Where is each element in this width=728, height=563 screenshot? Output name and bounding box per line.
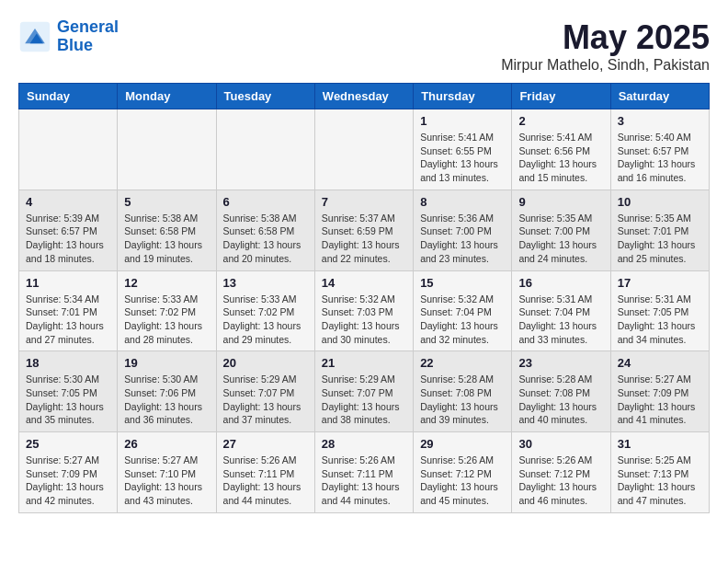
day-number: 17 <box>618 276 702 290</box>
day-info: Sunrise: 5:38 AM Sunset: 6:58 PM Dayligh… <box>223 212 308 266</box>
calendar-cell: 19Sunrise: 5:30 AM Sunset: 7:06 PM Dayli… <box>118 351 216 432</box>
day-info: Sunrise: 5:30 AM Sunset: 7:05 PM Dayligh… <box>26 373 110 427</box>
day-info: Sunrise: 5:27 AM Sunset: 7:09 PM Dayligh… <box>26 454 110 508</box>
calendar-cell: 27Sunrise: 5:26 AM Sunset: 7:11 PM Dayli… <box>216 432 314 513</box>
calendar-cell: 30Sunrise: 5:26 AM Sunset: 7:12 PM Dayli… <box>512 432 610 513</box>
day-number: 4 <box>26 195 110 209</box>
calendar-cell: 24Sunrise: 5:27 AM Sunset: 7:09 PM Dayli… <box>610 351 709 432</box>
calendar-cell: 29Sunrise: 5:26 AM Sunset: 7:12 PM Dayli… <box>414 432 512 513</box>
day-number: 26 <box>124 437 209 451</box>
weekday-header-saturday: Saturday <box>610 84 709 109</box>
day-number: 25 <box>26 437 110 451</box>
calendar-cell: 17Sunrise: 5:31 AM Sunset: 7:05 PM Dayli… <box>610 270 709 351</box>
day-info: Sunrise: 5:35 AM Sunset: 7:00 PM Dayligh… <box>518 212 603 266</box>
day-info: Sunrise: 5:32 AM Sunset: 7:04 PM Dayligh… <box>420 293 505 347</box>
calendar-cell: 26Sunrise: 5:27 AM Sunset: 7:10 PM Dayli… <box>118 432 216 513</box>
calendar-cell: 1Sunrise: 5:41 AM Sunset: 6:55 PM Daylig… <box>414 109 512 190</box>
day-number: 8 <box>420 195 505 209</box>
calendar-cell: 23Sunrise: 5:28 AM Sunset: 7:08 PM Dayli… <box>512 351 610 432</box>
day-info: Sunrise: 5:33 AM Sunset: 7:02 PM Dayligh… <box>124 293 209 347</box>
calendar-cell: 9Sunrise: 5:35 AM Sunset: 7:00 PM Daylig… <box>512 190 610 270</box>
day-number: 9 <box>518 195 603 209</box>
day-info: Sunrise: 5:38 AM Sunset: 6:58 PM Dayligh… <box>124 212 209 266</box>
calendar-cell: 20Sunrise: 5:29 AM Sunset: 7:07 PM Dayli… <box>216 351 314 432</box>
calendar-cell <box>216 109 314 190</box>
calendar-cell: 10Sunrise: 5:35 AM Sunset: 7:01 PM Dayli… <box>610 190 709 270</box>
calendar-cell: 12Sunrise: 5:33 AM Sunset: 7:02 PM Dayli… <box>118 270 216 351</box>
weekday-header-sunday: Sunday <box>19 84 118 109</box>
day-info: Sunrise: 5:31 AM Sunset: 7:05 PM Dayligh… <box>618 293 702 347</box>
logo-icon <box>18 20 51 53</box>
day-number: 2 <box>518 114 603 128</box>
calendar-cell: 6Sunrise: 5:38 AM Sunset: 6:58 PM Daylig… <box>216 190 314 270</box>
day-info: Sunrise: 5:35 AM Sunset: 7:01 PM Dayligh… <box>618 212 702 266</box>
week-row-2: 4Sunrise: 5:39 AM Sunset: 6:57 PM Daylig… <box>19 190 710 270</box>
day-info: Sunrise: 5:36 AM Sunset: 7:00 PM Dayligh… <box>420 212 505 266</box>
day-number: 23 <box>518 356 603 370</box>
week-row-1: 1Sunrise: 5:41 AM Sunset: 6:55 PM Daylig… <box>19 109 710 190</box>
day-number: 29 <box>420 437 505 451</box>
calendar-cell: 16Sunrise: 5:31 AM Sunset: 7:04 PM Dayli… <box>512 270 610 351</box>
weekday-header-wednesday: Wednesday <box>314 84 413 109</box>
calendar-cell: 11Sunrise: 5:34 AM Sunset: 7:01 PM Dayli… <box>19 270 118 351</box>
day-number: 31 <box>618 437 702 451</box>
day-number: 14 <box>322 276 406 290</box>
week-row-3: 11Sunrise: 5:34 AM Sunset: 7:01 PM Dayli… <box>19 270 710 351</box>
weekday-header-friday: Friday <box>512 84 610 109</box>
day-info: Sunrise: 5:28 AM Sunset: 7:08 PM Dayligh… <box>420 373 505 427</box>
day-number: 21 <box>322 356 406 370</box>
day-info: Sunrise: 5:37 AM Sunset: 6:59 PM Dayligh… <box>322 212 406 266</box>
calendar-cell: 31Sunrise: 5:25 AM Sunset: 7:13 PM Dayli… <box>610 432 709 513</box>
calendar-cell: 25Sunrise: 5:27 AM Sunset: 7:09 PM Dayli… <box>19 432 118 513</box>
day-info: Sunrise: 5:39 AM Sunset: 6:57 PM Dayligh… <box>26 212 110 266</box>
day-number: 10 <box>618 195 702 209</box>
day-info: Sunrise: 5:27 AM Sunset: 7:09 PM Dayligh… <box>618 373 702 427</box>
day-info: Sunrise: 5:34 AM Sunset: 7:01 PM Dayligh… <box>26 293 110 347</box>
day-number: 13 <box>223 276 308 290</box>
day-number: 7 <box>322 195 406 209</box>
calendar-cell <box>314 109 413 190</box>
calendar-cell: 21Sunrise: 5:29 AM Sunset: 7:07 PM Dayli… <box>314 351 413 432</box>
calendar-cell: 18Sunrise: 5:30 AM Sunset: 7:05 PM Dayli… <box>19 351 118 432</box>
calendar-cell: 13Sunrise: 5:33 AM Sunset: 7:02 PM Dayli… <box>216 270 314 351</box>
day-info: Sunrise: 5:26 AM Sunset: 7:11 PM Dayligh… <box>223 454 308 508</box>
week-row-5: 25Sunrise: 5:27 AM Sunset: 7:09 PM Dayli… <box>19 432 710 513</box>
day-info: Sunrise: 5:26 AM Sunset: 7:11 PM Dayligh… <box>322 454 406 508</box>
day-info: Sunrise: 5:41 AM Sunset: 6:55 PM Dayligh… <box>420 131 505 185</box>
day-info: Sunrise: 5:29 AM Sunset: 7:07 PM Dayligh… <box>322 373 406 427</box>
day-number: 16 <box>518 276 603 290</box>
location-title: Mirpur Mathelo, Sindh, Pakistan <box>501 57 710 74</box>
calendar-cell: 14Sunrise: 5:32 AM Sunset: 7:03 PM Dayli… <box>314 270 413 351</box>
weekday-header-tuesday: Tuesday <box>216 84 314 109</box>
week-row-4: 18Sunrise: 5:30 AM Sunset: 7:05 PM Dayli… <box>19 351 710 432</box>
day-info: Sunrise: 5:30 AM Sunset: 7:06 PM Dayligh… <box>124 373 209 427</box>
day-info: Sunrise: 5:40 AM Sunset: 6:57 PM Dayligh… <box>618 131 702 185</box>
day-info: Sunrise: 5:26 AM Sunset: 7:12 PM Dayligh… <box>518 454 603 508</box>
day-number: 20 <box>223 356 308 370</box>
day-info: Sunrise: 5:32 AM Sunset: 7:03 PM Dayligh… <box>322 293 406 347</box>
day-number: 19 <box>124 356 209 370</box>
day-info: Sunrise: 5:28 AM Sunset: 7:08 PM Dayligh… <box>518 373 603 427</box>
day-info: Sunrise: 5:33 AM Sunset: 7:02 PM Dayligh… <box>223 293 308 347</box>
day-number: 24 <box>618 356 702 370</box>
day-info: Sunrise: 5:41 AM Sunset: 6:56 PM Dayligh… <box>518 131 603 185</box>
day-number: 15 <box>420 276 505 290</box>
calendar-cell: 28Sunrise: 5:26 AM Sunset: 7:11 PM Dayli… <box>314 432 413 513</box>
calendar-cell <box>19 109 118 190</box>
calendar-cell: 4Sunrise: 5:39 AM Sunset: 6:57 PM Daylig… <box>19 190 118 270</box>
calendar-cell <box>118 109 216 190</box>
calendar-cell: 7Sunrise: 5:37 AM Sunset: 6:59 PM Daylig… <box>314 190 413 270</box>
day-info: Sunrise: 5:26 AM Sunset: 7:12 PM Dayligh… <box>420 454 505 508</box>
weekday-header-monday: Monday <box>118 84 216 109</box>
day-info: Sunrise: 5:25 AM Sunset: 7:13 PM Dayligh… <box>618 454 702 508</box>
day-number: 3 <box>618 114 702 128</box>
day-number: 6 <box>223 195 308 209</box>
day-number: 12 <box>124 276 209 290</box>
title-block: May 2025 Mirpur Mathelo, Sindh, Pakistan <box>501 18 710 74</box>
logo-text: General Blue <box>57 18 119 55</box>
day-info: Sunrise: 5:29 AM Sunset: 7:07 PM Dayligh… <box>223 373 308 427</box>
calendar-cell: 8Sunrise: 5:36 AM Sunset: 7:00 PM Daylig… <box>414 190 512 270</box>
day-number: 22 <box>420 356 505 370</box>
weekday-header-row: SundayMondayTuesdayWednesdayThursdayFrid… <box>19 84 710 109</box>
day-number: 5 <box>124 195 209 209</box>
